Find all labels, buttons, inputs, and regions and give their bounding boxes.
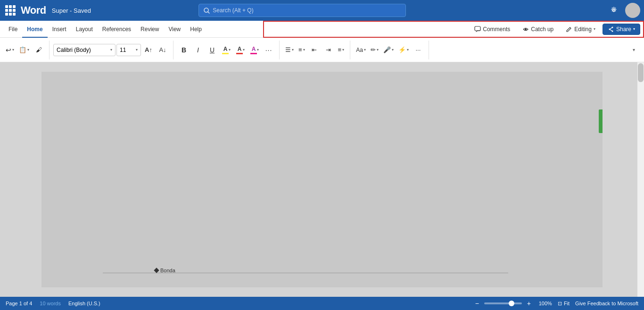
zoom-controls: − +: [473, 299, 533, 308]
undo-dropdown-arrow: ▾: [12, 48, 14, 52]
menu-layout[interactable]: Layout: [71, 21, 98, 38]
catchup-icon: [522, 26, 529, 33]
decrease-indent-icon: ⇤: [312, 46, 317, 53]
fit-button[interactable]: ⊡ Fit: [558, 301, 570, 307]
feedback-item[interactable]: Give Feedback to Microsoft: [575, 301, 638, 306]
waffle-menu-button[interactable]: [4, 4, 17, 17]
menu-file[interactable]: File: [4, 21, 22, 38]
underline-button[interactable]: U: [206, 43, 219, 57]
bold-button[interactable]: B: [177, 43, 190, 57]
menu-view[interactable]: View: [164, 21, 185, 38]
text-effect-letter: A: [252, 46, 256, 52]
text-effect-button[interactable]: A ▾: [248, 43, 261, 57]
numbered-list-button[interactable]: ≡ ▾: [297, 43, 307, 57]
dictate-button[interactable]: 🎤 ▾: [381, 43, 396, 57]
more-text-button[interactable]: ···: [262, 43, 275, 57]
bullet-list-arrow: ▾: [292, 48, 294, 52]
font-color-button[interactable]: A ▾: [234, 43, 247, 57]
menu-home[interactable]: Home: [22, 21, 47, 38]
menu-insert[interactable]: Insert: [48, 21, 71, 38]
svg-point-3: [525, 28, 527, 30]
editor-arrow: ▾: [377, 48, 379, 52]
increase-indent-icon: ⇥: [326, 46, 331, 53]
status-bar-right: − + 100% ⊡ Fit Give Feedback to Microsof…: [473, 299, 638, 308]
align-button[interactable]: ≡ ▾: [336, 43, 347, 57]
align-arrow: ▾: [342, 48, 344, 52]
status-bar: Page 1 of 4 10 words English (U.S.) − + …: [0, 297, 644, 310]
scroll-thumb[interactable]: [638, 63, 644, 82]
title-bar: Word Super - Saved Search (Alt + Q): [0, 0, 644, 21]
menu-items: File Home Insert Layout References Revie…: [4, 21, 206, 38]
share-dropdown-arrow: ▾: [633, 27, 635, 31]
font-size-selector[interactable]: 11 ▾: [116, 44, 141, 56]
undo-icon: ↩: [6, 46, 11, 54]
menu-help[interactable]: Help: [185, 21, 206, 38]
marker-diamond: [154, 268, 159, 273]
word-count-item[interactable]: 10 words: [40, 301, 61, 306]
svg-line-7: [610, 27, 612, 29]
expand-ribbon-icon[interactable]: ▾: [627, 43, 640, 57]
settings-button[interactable]: [606, 3, 621, 18]
search-box[interactable]: Search (Alt + Q): [198, 4, 406, 17]
comments-button[interactable]: Comments: [469, 24, 515, 35]
editing-button[interactable]: Editing ▾: [561, 24, 601, 35]
undo-redo-group: ↩ ▾ 📋 ▾ 🖌: [4, 41, 50, 59]
search-placeholder: Search (Alt + Q): [213, 7, 253, 14]
zoom-out-button[interactable]: −: [473, 299, 481, 308]
decrease-font-button[interactable]: A↓: [156, 43, 169, 57]
more-ribbon-icon: ···: [415, 46, 421, 53]
underline-icon: U: [210, 46, 215, 54]
clipboard-button[interactable]: 📋 ▾: [17, 43, 31, 57]
font-color-indicator: A: [236, 46, 243, 54]
text-effect-indicator: A: [250, 46, 257, 54]
document-page[interactable]: Bonda: [41, 72, 603, 287]
numbered-list-arrow: ▾: [303, 48, 305, 52]
svg-line-8: [610, 29, 612, 31]
catch-up-button[interactable]: Catch up: [517, 24, 559, 35]
share-label: Share: [616, 26, 631, 33]
font-name-display: Calibri (Body): [57, 47, 108, 53]
comments-label: Comments: [483, 26, 510, 33]
fit-label: Fit: [564, 301, 570, 306]
more-text-icon: ···: [265, 46, 272, 54]
increase-font-button[interactable]: A↑: [142, 43, 155, 57]
vertical-scrollbar[interactable]: [637, 62, 644, 297]
share-button[interactable]: Share ▾: [603, 24, 640, 35]
language-item[interactable]: English (U.S.): [68, 301, 100, 306]
search-icon: [204, 8, 210, 14]
highlight-button[interactable]: A ▾: [220, 43, 233, 57]
menu-action-bar: File Home Insert Layout References Revie…: [0, 21, 644, 38]
zoom-level-item[interactable]: 100%: [539, 301, 552, 306]
author-name: Bonda: [160, 268, 175, 273]
page-count-item[interactable]: Page 1 of 4: [6, 301, 32, 306]
bullet-list-button[interactable]: ☰ ▾: [283, 43, 296, 57]
font-family-selector[interactable]: Calibri (Body) ▾: [53, 44, 116, 56]
italic-icon: I: [197, 46, 199, 54]
doc-title: Super - Saved: [52, 7, 91, 14]
menu-review[interactable]: Review: [136, 21, 164, 38]
more-ribbon-button[interactable]: ···: [412, 43, 425, 57]
format-painter-icon: 🖌: [36, 46, 42, 53]
ribbon-expand-button[interactable]: ▾: [627, 43, 640, 57]
editor-button[interactable]: ✏ ▾: [369, 43, 380, 57]
align-icon: ≡: [338, 46, 342, 53]
menu-references[interactable]: References: [98, 21, 136, 38]
green-side-tab[interactable]: [599, 109, 603, 133]
font-group: Calibri (Body) ▾ 11 ▾ A↑ A↓: [53, 41, 173, 59]
increase-indent-button[interactable]: ⇥: [322, 43, 335, 57]
decrease-indent-button[interactable]: ⇤: [308, 43, 321, 57]
highlight-letter: A: [223, 46, 228, 52]
numbered-list-icon: ≡: [298, 46, 302, 53]
sensitivity-button[interactable]: ⚡ ▾: [396, 43, 411, 57]
highlight-arrow: ▾: [229, 48, 231, 52]
italic-button[interactable]: I: [191, 43, 205, 57]
share-icon: [608, 26, 614, 33]
editing-icon: [566, 26, 572, 33]
zoom-slider[interactable]: [484, 302, 522, 304]
zoom-in-button[interactable]: +: [525, 299, 533, 308]
user-avatar[interactable]: [625, 3, 640, 18]
format-painter-button[interactable]: 🖌: [32, 43, 45, 57]
undo-button[interactable]: ↩ ▾: [4, 43, 16, 57]
gear-icon: [610, 7, 618, 14]
style-button[interactable]: Aa ▾: [354, 43, 368, 57]
